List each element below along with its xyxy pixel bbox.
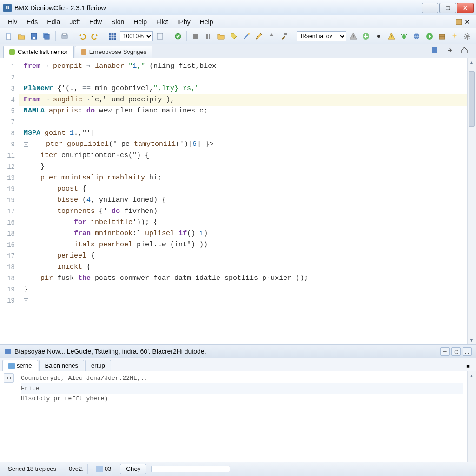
code-line[interactable]: toprnents {' do fivrhen)	[24, 206, 467, 217]
code-line[interactable]: −	[24, 295, 467, 306]
menu-item-2[interactable]: Edia	[42, 17, 65, 26]
open-icon[interactable]	[16, 31, 26, 42]
alert-icon[interactable]: !	[386, 31, 397, 42]
menu-item-7[interactable]: Flict	[152, 17, 173, 26]
menubar: Hiv Eds Edia Jeft Edw Sion Help Flict IP…	[0, 15, 476, 28]
scroll-down-icon[interactable]: ▼	[468, 336, 476, 344]
pause-icon[interactable]	[203, 31, 213, 42]
code-line[interactable]: pir fusk the pcats conmwer foar datm ida…	[24, 273, 467, 284]
menu-item-1[interactable]: Eds	[22, 17, 42, 26]
close-button[interactable]: X	[457, 3, 474, 13]
menu-item-4[interactable]: Edw	[85, 17, 106, 26]
code-line[interactable]: frem → peompit ⇒ lanaber "1," (nling fis…	[24, 61, 467, 72]
add-icon[interactable]	[361, 31, 371, 42]
package-icon[interactable]	[436, 31, 447, 42]
code-line[interactable]: bisse (4, yniianv loned) {	[24, 195, 467, 206]
save-icon[interactable]	[28, 31, 39, 42]
panel-tab-1[interactable]: Baich nenes	[39, 360, 85, 371]
perspective-icon[interactable]	[455, 18, 463, 26]
panel-restore-button[interactable]: ▢	[451, 347, 461, 356]
zoom-fit-icon[interactable]	[155, 31, 165, 42]
code-line[interactable]: NAMLA appriis: do wew plen fianc maitine…	[24, 106, 467, 117]
wand-icon[interactable]	[241, 31, 251, 42]
gear-icon[interactable]	[462, 31, 473, 42]
collapse-icon[interactable]: ↤	[4, 373, 14, 383]
dot-icon[interactable]	[373, 31, 384, 42]
scroll-up-icon[interactable]: ▲	[468, 371, 476, 380]
new-file-icon[interactable]	[3, 31, 14, 42]
code-line[interactable]	[24, 117, 467, 128]
pencil-icon[interactable]	[253, 31, 264, 42]
minimize-button[interactable]: ─	[422, 3, 438, 13]
svg-rect-13	[206, 34, 208, 39]
menu-item-5[interactable]: Sion	[106, 17, 129, 26]
code-area[interactable]: frem → peompit ⇒ lanaber "1," (nling fis…	[19, 58, 467, 344]
code-line[interactable]: − pter gouplipiel(" pe tamytonil1(')[6] …	[24, 139, 467, 150]
editor-tab-0[interactable]: Cantelc lisft nemor	[3, 46, 74, 58]
panel-menu-icon[interactable]: ≡	[463, 362, 473, 371]
scroll-thumb[interactable]	[469, 71, 475, 127]
warning-icon[interactable]: !	[348, 31, 359, 42]
svg-rect-16	[284, 33, 287, 35]
bug-icon[interactable]	[399, 31, 410, 42]
menu-item-6[interactable]: Help	[129, 17, 152, 26]
tab-nav-icon[interactable]	[444, 45, 455, 56]
scroll-up-icon[interactable]: ▲	[468, 58, 476, 66]
menu-item-0[interactable]: Hiv	[3, 17, 22, 26]
code-line[interactable]: perieel {	[24, 251, 467, 262]
close-perspective-icon[interactable]: ✕	[464, 18, 472, 26]
maximize-button[interactable]: ▢	[439, 3, 456, 13]
menu-item-9[interactable]: Help	[195, 17, 218, 26]
code-line[interactable]: inickt {	[24, 262, 467, 273]
grid-icon[interactable]	[107, 31, 118, 42]
undo-icon[interactable]	[77, 31, 87, 42]
refresh-icon[interactable]	[172, 31, 183, 42]
code-line[interactable]: pter mnintsalip rmablaity hi;	[24, 172, 467, 184]
folder-icon[interactable]	[216, 31, 226, 42]
zoom-select[interactable]: 10010%	[120, 31, 153, 41]
globe-icon[interactable]	[411, 31, 422, 42]
code-line[interactable]: fran mninrbook:l uplisel if() 1)	[24, 228, 467, 239]
panel-maximize-button[interactable]: ⛶	[463, 347, 472, 356]
tab-view-icon[interactable]	[429, 45, 440, 56]
editor-tab-1[interactable]: Enreopvose Svgnges	[75, 46, 153, 58]
code-line[interactable]: for inbeltitle')); {	[24, 217, 467, 228]
code-line[interactable]: Fram → sugdlic ·lc," umd poceipiy ),	[19, 94, 467, 106]
editor-scrollbar[interactable]: ▲ ▼	[467, 58, 476, 344]
code-line[interactable]: iter enuriptiontor·cs(") {	[24, 150, 467, 161]
window-buttons: ─ ▢ X	[422, 3, 474, 13]
redo-icon[interactable]	[89, 31, 100, 42]
code-line[interactable]: itals pearhoel piel.tw (int") ))	[24, 239, 467, 251]
console-line: Councteryde, Alec Jena/Jder.22ML,..	[21, 373, 463, 383]
window-title: BMX DieniowClie - 2.3.1.fferiow	[14, 4, 422, 12]
status-action-button[interactable]: Choy	[120, 464, 146, 474]
panel-tab-2[interactable]: ertup	[85, 360, 111, 371]
save-all-icon[interactable]	[41, 31, 52, 42]
panel-scrollbar[interactable]: ▲	[467, 371, 476, 462]
code-line[interactable]: poost {	[24, 184, 467, 195]
code-line[interactable]: PlàNewr {'(., == min goobrivel,",lty} rs…	[24, 83, 467, 94]
menu-item-8[interactable]: IPhy	[173, 17, 195, 26]
svg-rect-28	[96, 466, 103, 472]
panel-title-bar: Btapsoyáe Now... LeGucle, Tstteling, ind…	[0, 344, 476, 358]
print-icon[interactable]	[59, 31, 70, 42]
play-icon[interactable]	[424, 31, 435, 42]
run-config-select[interactable]: IRsenFiaLov	[297, 31, 346, 41]
arrow-up-icon[interactable]	[266, 31, 277, 42]
code-line[interactable]	[24, 72, 467, 83]
panel-tab-0[interactable]: serne	[2, 360, 38, 371]
stop-icon[interactable]	[190, 31, 201, 42]
tab-home-icon[interactable]	[459, 45, 470, 56]
tag-icon[interactable]	[228, 31, 239, 42]
svg-rect-4	[33, 37, 35, 39]
progress-bar	[151, 466, 230, 472]
code-line[interactable]: }	[24, 161, 467, 172]
panel-content[interactable]: Councteryde, Alec Jena/Jder.22ML,..Frite…	[17, 371, 467, 462]
menu-item-3[interactable]: Jeft	[65, 17, 85, 26]
code-line[interactable]: }	[24, 284, 467, 295]
code-line[interactable]: MSPA goint 1.,"'|	[24, 128, 467, 139]
status-indicator: 03	[93, 464, 115, 474]
sparkle-icon[interactable]	[449, 31, 460, 42]
hammer-icon[interactable]	[279, 31, 290, 42]
panel-minimize-button[interactable]: ─	[440, 347, 450, 356]
